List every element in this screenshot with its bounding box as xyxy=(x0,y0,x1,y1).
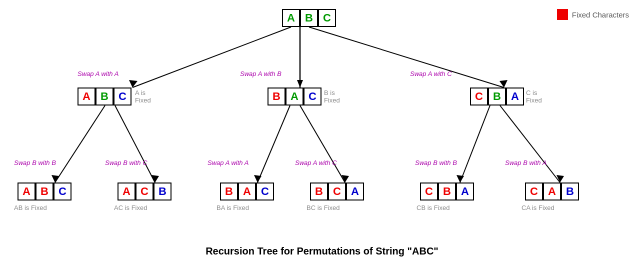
l2-cr-node: B C A xyxy=(310,182,364,200)
root-cell-b: B xyxy=(300,9,318,27)
l2-cl-swap: Swap A with A xyxy=(208,159,248,166)
legend-label: Fixed Characters xyxy=(572,10,629,19)
l2-lr-cell-1: C xyxy=(136,182,154,200)
l2-cr-label: BC is Fixed xyxy=(306,204,340,212)
l2-lr-cell-0: A xyxy=(118,182,136,200)
l2-cl-label: BA is Fixed xyxy=(216,204,249,212)
l2-lr-cell-2: B xyxy=(154,182,172,200)
root-cell-a: A xyxy=(282,9,300,27)
l2-rl-node: C B A xyxy=(420,182,474,200)
l1-right-cell-0: C xyxy=(470,88,488,106)
l1-left-fixed: A isFixed xyxy=(135,89,151,104)
svg-line-6 xyxy=(300,106,345,182)
l1-left-cell-0: A xyxy=(78,88,96,106)
l2-ll-label: AB is Fixed xyxy=(14,204,47,212)
l2-cl-node: B A C xyxy=(220,182,274,200)
l1-center-node: B A C xyxy=(268,88,322,106)
svg-marker-16 xyxy=(456,175,464,182)
l2-cl-cell-1: A xyxy=(238,182,256,200)
l2-cr-cell-2: A xyxy=(346,182,364,200)
l1-left-cell-2: C xyxy=(114,88,132,106)
l2-cr-cell-0: B xyxy=(310,182,328,200)
root-node: A B C xyxy=(282,9,336,27)
l2-rl-cell-1: B xyxy=(438,182,456,200)
l1-center-cell-2: C xyxy=(304,88,322,106)
svg-marker-12 xyxy=(52,175,59,182)
l2-rr-cell-0: C xyxy=(525,182,543,200)
l2-lr-swap: Swap B with C xyxy=(105,159,148,166)
l1-left-swap: Swap A with A xyxy=(78,70,118,78)
svg-marker-11 xyxy=(500,80,508,88)
l2-ll-node: A B C xyxy=(18,182,72,200)
l2-rr-cell-2: B xyxy=(561,182,579,200)
l1-center-fixed: B isFixed xyxy=(324,89,340,104)
root-cell-c: C xyxy=(318,9,336,27)
l2-ll-swap: Swap B with B xyxy=(14,159,56,166)
l2-rl-swap: Swap B with B xyxy=(415,159,457,166)
svg-marker-9 xyxy=(129,80,138,88)
l1-center-cell-0: B xyxy=(268,88,286,106)
l1-right-node: C B A xyxy=(470,88,524,106)
svg-marker-13 xyxy=(152,175,159,182)
canvas: Fixed Characters xyxy=(0,0,644,262)
l1-right-fixed: C isFixed xyxy=(526,89,542,104)
svg-marker-10 xyxy=(297,80,303,88)
svg-line-7 xyxy=(460,106,490,182)
l2-lr-node: A C B xyxy=(118,182,172,200)
svg-line-2 xyxy=(309,27,504,88)
l2-rr-swap: Swap B with A xyxy=(505,159,546,166)
svg-line-4 xyxy=(115,106,155,182)
l2-rr-node: C A B xyxy=(525,182,579,200)
l1-right-swap: Swap A with C xyxy=(410,70,452,78)
svg-marker-15 xyxy=(342,175,349,182)
svg-line-3 xyxy=(55,106,105,182)
l2-rr-cell-1: A xyxy=(543,182,561,200)
l2-rl-label: CB is Fixed xyxy=(416,204,450,212)
l2-rl-cell-0: C xyxy=(420,182,438,200)
l2-lr-label: AC is Fixed xyxy=(114,204,147,212)
l1-left-node: A B C xyxy=(78,88,132,106)
legend: Fixed Characters xyxy=(557,9,629,20)
l2-cr-cell-1: C xyxy=(328,182,346,200)
l2-rr-label: CA is Fixed xyxy=(522,204,554,212)
svg-line-5 xyxy=(258,106,290,182)
page-title: Recursion Tree for Permutations of Strin… xyxy=(206,246,438,257)
legend-icon xyxy=(557,9,568,20)
svg-marker-14 xyxy=(254,175,262,182)
l2-ll-cell-1: B xyxy=(36,182,54,200)
l2-cr-swap: Swap A with C xyxy=(295,159,337,166)
l2-cl-cell-0: B xyxy=(220,182,238,200)
l1-left-cell-1: B xyxy=(96,88,114,106)
l2-rl-cell-2: A xyxy=(456,182,474,200)
svg-line-8 xyxy=(500,106,560,182)
arrows-svg xyxy=(0,0,644,262)
l1-right-cell-1: B xyxy=(488,88,506,106)
l2-cl-cell-2: C xyxy=(256,182,274,200)
l2-ll-cell-0: A xyxy=(18,182,36,200)
l1-center-swap: Swap A with B xyxy=(240,70,282,78)
svg-line-0 xyxy=(132,27,291,88)
l1-center-cell-1: A xyxy=(286,88,304,106)
l1-right-cell-2: A xyxy=(506,88,524,106)
svg-marker-17 xyxy=(556,175,564,182)
l2-ll-cell-2: C xyxy=(54,182,72,200)
